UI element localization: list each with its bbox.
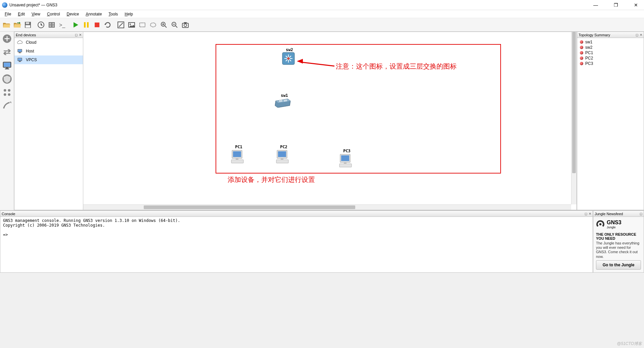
end-devices-panel: End devices ◻✕ CloudHostVPCS — [14, 32, 83, 210]
device-item-label: Host — [26, 49, 34, 53]
zoom-in-icon[interactable] — [159, 20, 169, 30]
security-category-icon[interactable] — [1, 73, 13, 85]
stop-icon[interactable] — [92, 20, 102, 30]
open-recent-icon[interactable] — [12, 20, 22, 30]
device-item-host[interactable]: Host — [14, 47, 83, 55]
device-item-label: Cloud — [26, 40, 36, 45]
note-icon[interactable] — [116, 20, 126, 30]
router-category-icon[interactable] — [1, 33, 13, 44]
topology-item-pc2[interactable]: PC2 — [580, 55, 641, 61]
topology-panel-header[interactable]: Topology Summary ◻✕ — [577, 32, 644, 38]
console-panel-title: Console — [2, 212, 585, 216]
screenshot-icon[interactable] — [180, 20, 190, 30]
topology-item-sw2[interactable]: sw2 — [580, 45, 641, 50]
console-icon[interactable] — [57, 20, 67, 30]
canvas-horizontal-scrollbar[interactable] — [83, 204, 571, 210]
end-devices-category-icon[interactable] — [1, 60, 13, 71]
menu-help[interactable]: Help — [121, 12, 136, 16]
panel-undock-icon[interactable]: ◻ — [75, 33, 78, 37]
node-label-pc1: PC1 — [235, 145, 242, 149]
news-headline: THE ONLY RESOURCE YOU NEED — [596, 232, 641, 240]
topology-item-pc3[interactable]: PC3 — [580, 61, 641, 66]
watermark: @51CTO博客 — [617, 341, 642, 347]
device-item-label: VPCS — [26, 57, 37, 62]
menu-tools[interactable]: Tools — [105, 12, 121, 16]
link-tool-icon[interactable] — [1, 100, 13, 112]
node-pc2[interactable] — [275, 149, 290, 165]
panel-close-icon[interactable]: ✕ — [640, 33, 642, 37]
panel-undock-icon[interactable]: ◻ — [585, 212, 587, 216]
pause-icon[interactable] — [81, 20, 91, 30]
devices-list[interactable]: CloudHostVPCS — [14, 38, 83, 210]
news-brand: GNS3 — [607, 220, 622, 226]
status-dot-icon — [580, 40, 583, 44]
status-dot-icon — [580, 51, 583, 54]
zoom-out-icon[interactable] — [170, 20, 180, 30]
topology-item-pc1[interactable]: PC1 — [580, 50, 641, 55]
minimize-button[interactable]: — — [590, 1, 602, 9]
save-icon[interactable] — [23, 20, 33, 30]
open-project-icon[interactable] — [1, 20, 11, 30]
toolbar — [0, 18, 644, 32]
titlebar: Unsaved project* — GNS3 — ❐ ✕ — [0, 0, 644, 10]
canvas-area[interactable]: 注意：这个图标，设置成三层交换的图标添加设备，并对它们进行设置sw2sw1PC1… — [83, 32, 577, 210]
topology-list[interactable]: sw1sw2PC1PC2PC3 — [577, 38, 644, 210]
news-panel-header[interactable]: Jungle Newsfeed ◻ — [593, 211, 644, 217]
panel-undock-icon[interactable]: ◻ — [640, 212, 642, 216]
menubar: FileEditViewControlDeviceAnnotateToolsHe… — [0, 10, 644, 18]
topology-summary-panel: Topology Summary ◻✕ sw1sw2PC1PC2PC3 — [577, 32, 644, 210]
menu-edit[interactable]: Edit — [14, 12, 28, 16]
topology-item-sw1[interactable]: sw1 — [580, 39, 641, 45]
node-label-sw1: sw1 — [281, 93, 288, 98]
annotation-text-2: 添加设备，并对它们进行设置 — [228, 175, 315, 184]
console-panel: Console ◻✕ GNS3 management console. Runn… — [0, 210, 593, 273]
image-icon[interactable] — [127, 20, 137, 30]
panel-close-icon[interactable]: ✕ — [589, 212, 591, 216]
all-devices-category-icon[interactable] — [1, 87, 13, 98]
news-panel-title: Jungle Newsfeed — [595, 212, 640, 216]
ellipse-icon[interactable] — [148, 20, 158, 30]
gns3-jungle-logo: GNS3 Jungle — [596, 220, 641, 229]
topology-panel-title: Topology Summary — [579, 33, 636, 37]
device-item-vpcs[interactable]: VPCS — [14, 55, 83, 64]
status-dot-icon — [580, 46, 583, 49]
console-output[interactable]: GNS3 management console. Running GNS3 ve… — [0, 217, 593, 272]
device-status-icon[interactable] — [47, 20, 57, 30]
status-dot-icon — [580, 62, 583, 65]
end-devices-panel-header[interactable]: End devices ◻✕ — [14, 32, 83, 38]
go-to-jungle-button[interactable]: Go to the Jungle — [596, 260, 641, 270]
annotation-arrow-head — [297, 59, 303, 64]
device-item-cloud[interactable]: Cloud — [14, 38, 83, 47]
node-sw1[interactable] — [274, 98, 291, 109]
panel-close-icon[interactable]: ✕ — [79, 33, 82, 37]
menu-control[interactable]: Control — [44, 12, 63, 16]
switch-category-icon[interactable] — [1, 46, 13, 58]
jungle-newsfeed-panel: Jungle Newsfeed ◻ GNS3 Jungle THE ONLY R… — [593, 210, 644, 273]
maximize-button[interactable]: ❐ — [610, 1, 622, 9]
left-toolbar — [0, 32, 14, 210]
clock-icon[interactable] — [36, 20, 46, 30]
reload-icon[interactable] — [103, 20, 113, 30]
close-button[interactable]: ✕ — [630, 1, 642, 9]
news-brand-sub: Jungle — [607, 226, 622, 229]
annotation-text-1: 注意：这个图标，设置成三层交换的图标 — [336, 62, 457, 71]
app-icon — [2, 2, 7, 8]
node-sw2[interactable] — [282, 52, 295, 66]
menu-annotate[interactable]: Annotate — [82, 12, 105, 16]
start-icon[interactable] — [71, 20, 81, 30]
node-label-pc2: PC2 — [280, 145, 287, 149]
window-title: Unsaved project* — GNS3 — [9, 3, 590, 7]
menu-file[interactable]: File — [1, 12, 14, 16]
rect-icon[interactable] — [137, 20, 147, 30]
node-label-sw2: sw2 — [286, 47, 293, 52]
node-pc1[interactable] — [230, 149, 245, 165]
end-devices-panel-title: End devices — [16, 33, 75, 37]
console-panel-header[interactable]: Console ◻✕ — [0, 211, 593, 217]
node-label-pc3: PC3 — [343, 149, 351, 153]
menu-view[interactable]: View — [28, 12, 44, 16]
status-dot-icon — [580, 56, 583, 60]
menu-device[interactable]: Device — [63, 12, 83, 16]
canvas-vertical-scrollbar[interactable] — [571, 32, 577, 204]
node-pc3[interactable] — [338, 153, 353, 169]
panel-undock-icon[interactable]: ◻ — [636, 33, 638, 37]
